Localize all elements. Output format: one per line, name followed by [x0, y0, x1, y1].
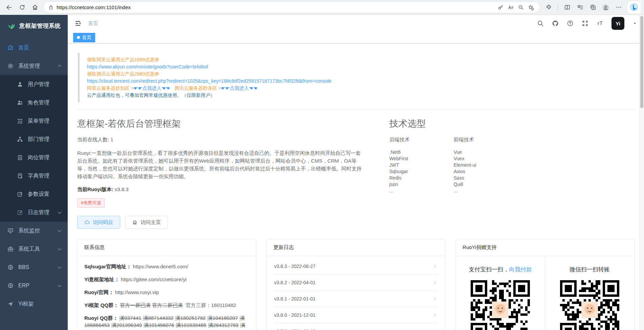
- fullscreen-icon[interactable]: [582, 20, 588, 27]
- notice-line: 云产品通用红包，可叠加官网常规优惠使用。（仅限新用户）: [87, 92, 634, 99]
- browser-back-button[interactable]: [3, 2, 15, 13]
- browser-home-button[interactable]: [29, 2, 41, 13]
- alipay-pay-link[interactable]: 向我付款: [509, 266, 532, 273]
- sidebar-item-menus[interactable]: 菜单管理: [0, 112, 68, 130]
- changelog-item[interactable]: v3.7.0 - 2021-09-13: [274, 323, 438, 330]
- project-description: Ruoyi:一直想做一款后台管理系统，看了很多优秀的开源项目但是发现没有合适自己…: [77, 149, 362, 180]
- changelog-card-title: 更新日志: [267, 239, 445, 256]
- sidebar-item-tools[interactable]: 系统工具: [0, 240, 68, 258]
- read-aloud-icon[interactable]: [506, 3, 516, 12]
- top-navbar: 首页 Yi: [68, 15, 644, 32]
- page-scrollbar[interactable]: [639, 15, 644, 330]
- app-frame: 意框架管理系统 首页 系统管理 用户管理: [0, 15, 644, 330]
- frontend-tech: 前端技术 VueVuexElement-uiAxiosSassQuill...: [454, 137, 476, 194]
- divider: [77, 109, 635, 109]
- sidebar-item-yi[interactable]: Yi框架: [0, 295, 68, 313]
- sidebar-item-users[interactable]: 用户管理: [0, 75, 68, 94]
- changelog-item[interactable]: v3.8.3 - 2022-06-27: [274, 258, 438, 274]
- sidebar-item-posts[interactable]: 岗位管理: [0, 148, 68, 167]
- profile-avatar[interactable]: [600, 2, 611, 13]
- tech-item: Sass: [454, 175, 476, 181]
- menu-label: 菜单管理: [28, 118, 49, 125]
- intro-section: 意框架-若依后台管理框架 当前在线人数: 1 Ruoyi:一直想做一款后台管理系…: [77, 112, 635, 229]
- password-key-icon[interactable]: [495, 3, 506, 12]
- tech-item: .Net6: [389, 149, 410, 156]
- tencent-enter-link[interactable]: ☛☛点我进入☚☚: [221, 85, 257, 91]
- changelog-list: v3.8.3 - 2022-06-27 v3.8.2 - 2022-04-01 …: [267, 256, 445, 330]
- backend-title: 后端技术: [389, 137, 410, 143]
- aliyun-enter-link[interactable]: ☛☛点我进入☚☚: [134, 85, 170, 91]
- donate-card-body: 支付宝扫一扫，向我付款 微信扫一扫转账: [456, 256, 634, 330]
- donate-card: RuoYi捐赠支持 支付宝扫一扫，向我付款 微信扫一扫转账: [455, 239, 635, 330]
- org-icon: [17, 136, 23, 142]
- backend-tech: 后端技术 .Net6WebFirstJWTSqlsugarRedisjson..…: [389, 137, 410, 194]
- copilot-bing-icon[interactable]: [628, 1, 641, 14]
- sidebar-menu: 首页 系统管理 用户管理 角色管理: [0, 37, 68, 313]
- struck-qq-group: 满201396349: [111, 322, 142, 328]
- contact-row: Yi意框架地址： https://gitee.com/ccnetcore/yi: [84, 276, 249, 283]
- extensions-icon[interactable]: [543, 2, 554, 13]
- split-screen-icon[interactable]: [561, 2, 573, 13]
- sidebar-item-home[interactable]: 首页: [0, 39, 68, 57]
- zoom-out-icon[interactable]: [516, 3, 526, 12]
- sidebar-item-depts[interactable]: 部门管理: [0, 130, 68, 148]
- favorites-icon[interactable]: [574, 2, 586, 13]
- url-text[interactable]: https://ccnetcore.com:1101/index: [57, 4, 495, 10]
- ruoyi-qq-row: Ruoyi QQ群： 满937441满887144332满180251782满1…: [84, 314, 249, 330]
- yi-qq-row: Yi框架 QQ群： 官方一群已满官方二群已满 官方三群：160110482: [84, 302, 249, 309]
- github-icon[interactable]: [552, 20, 559, 27]
- changelog-label: v3.8.0 - 2021-12-01: [274, 312, 316, 318]
- visit-gitee-button[interactable]: 访问码云: [77, 216, 120, 229]
- sidebar-item-params[interactable]: 参数设置: [0, 185, 68, 203]
- sidebar-item-bbs[interactable]: BBS: [0, 258, 68, 276]
- user-icon: [17, 81, 23, 87]
- font-size-icon[interactable]: [597, 20, 603, 27]
- tags-view-bar: 首页: [68, 32, 644, 43]
- struck-qq-group: 官方二群已满: [152, 302, 183, 308]
- aliyun-link[interactable]: https://www.aliyun.com/minisite/goods?us…: [87, 63, 634, 70]
- sidebar-item-logs[interactable]: 日志管理: [0, 203, 68, 222]
- wechat-qr-code: [559, 279, 621, 330]
- user-avatar[interactable]: Yi: [611, 17, 624, 30]
- search-icon[interactable]: [537, 20, 544, 27]
- dashboard-icon: [7, 45, 14, 51]
- changelog-item[interactable]: v3.8.0 - 2021-12-01: [274, 307, 438, 323]
- caret-down-icon[interactable]: [632, 21, 637, 26]
- app-logo[interactable]: 意框架管理系统: [0, 15, 68, 37]
- contact-rows: Sqlsugar官网地址： https://www.donet5.com/ Yi…: [84, 263, 249, 296]
- sidebar-item-roles[interactable]: 角色管理: [0, 94, 68, 112]
- visit-homepage-label: 访问主页: [141, 219, 161, 226]
- chevron-icon: [58, 210, 61, 214]
- browser-refresh-button[interactable]: [16, 2, 28, 13]
- struck-qq-group: 满887144332: [143, 315, 173, 321]
- changelog-item[interactable]: v3.8.1 - 2022-01-01: [274, 291, 438, 307]
- online-count: 当前在线人数: 1: [77, 137, 372, 143]
- tag-home[interactable]: 首页: [73, 33, 95, 42]
- badge-icon: [17, 154, 23, 161]
- tag-active-dot: [77, 36, 80, 39]
- page-title: 意框架-若依后台管理框架: [77, 118, 372, 130]
- tencent-link[interactable]: https://cloud.tencent.com/redirect.php?r…: [87, 78, 634, 85]
- scrollbar-thumb[interactable]: [640, 16, 643, 108]
- sidebar-item-system[interactable]: 系统管理: [0, 57, 68, 75]
- help-icon[interactable]: [567, 20, 574, 27]
- wechat-panel: 微信扫一扫转账: [545, 256, 634, 330]
- menu-label: ERP: [18, 283, 29, 289]
- changelog-label: v3.8.1 - 2022-01-01: [274, 296, 316, 302]
- sidebar-item-monitor[interactable]: 系统监控: [0, 222, 68, 240]
- lock-icon[interactable]: [48, 4, 54, 10]
- add-favorite-icon[interactable]: [526, 3, 536, 12]
- sidebar-fold-icon[interactable]: [74, 20, 81, 27]
- visit-homepage-button[interactable]: 访问主页: [125, 216, 168, 229]
- app-title: 意框架管理系统: [19, 22, 61, 30]
- changelog-item[interactable]: v3.8.2 - 2022-04-01: [274, 274, 438, 291]
- version-line: 当前Ruoyi版本: v3.8.3: [77, 186, 372, 193]
- notice-text: 腾讯云服务器秒杀区 >: [170, 85, 221, 91]
- sidebar-item-erp[interactable]: ERP: [0, 276, 68, 295]
- visit-gitee-label: 访问码云: [93, 219, 113, 226]
- contact-value: https://gitee.com/ccnetcore/yi: [121, 276, 187, 282]
- browser-menu-icon[interactable]: [613, 2, 624, 13]
- sidebar-item-dict[interactable]: 字典管理: [0, 167, 68, 185]
- collections-icon[interactable]: [587, 2, 599, 13]
- address-bar[interactable]: https://ccnetcore.com:1101/index: [44, 2, 539, 13]
